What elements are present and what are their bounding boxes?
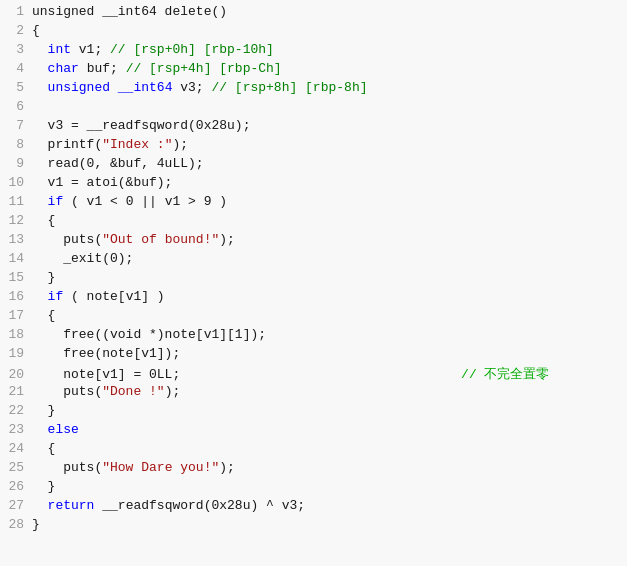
code-line: 7 v3 = __readfsqword(0x28u); [0,118,627,137]
code-line: 18 free((void *)note[v1][1]); [0,327,627,346]
line-content: } [32,479,623,494]
line-number: 3 [4,42,24,57]
line-content: free((void *)note[v1][1]); [32,327,623,342]
code-line: 6 [0,99,627,118]
code-line: 20 note[v1] = 0LL; // 不完全置零 [0,365,627,384]
code-line: 17 { [0,308,627,327]
line-number: 5 [4,80,24,95]
line-content: v3 = __readfsqword(0x28u); [32,118,623,133]
line-number: 16 [4,289,24,304]
code-line: 16 if ( note[v1] ) [0,289,627,308]
code-line: 28} [0,517,627,536]
line-content: v1 = atoi(&buf); [32,175,623,190]
line-number: 1 [4,4,24,19]
line-number: 11 [4,194,24,209]
line-content: return __readfsqword(0x28u) ^ v3; [32,498,623,513]
code-line: 24 { [0,441,627,460]
line-content: _exit(0); [32,251,623,266]
line-number: 26 [4,479,24,494]
code-line: 5 unsigned __int64 v3; // [rsp+8h] [rbp-… [0,80,627,99]
line-number: 21 [4,384,24,399]
line-number: 10 [4,175,24,190]
line-number: 9 [4,156,24,171]
line-content: free(note[v1]); [32,346,623,361]
line-number: 17 [4,308,24,323]
line-content: } [32,403,623,418]
line-content: { [32,308,623,323]
code-line: 8 printf("Index :"); [0,137,627,156]
line-number: 4 [4,61,24,76]
line-content: { [32,213,623,228]
line-number: 23 [4,422,24,437]
code-line: 21 puts("Done !"); [0,384,627,403]
code-line: 11 if ( v1 < 0 || v1 > 9 ) [0,194,627,213]
code-line: 13 puts("Out of bound!"); [0,232,627,251]
line-number: 22 [4,403,24,418]
line-content: puts("How Dare you!"); [32,460,623,475]
line-content: { [32,23,623,38]
line-content: puts("Done !"); [32,384,623,399]
line-content: unsigned __int64 v3; // [rsp+8h] [rbp-8h… [32,80,623,95]
line-content: } [32,270,623,285]
line-content: puts("Out of bound!"); [32,232,623,247]
code-line: 19 free(note[v1]); [0,346,627,365]
code-line: 2{ [0,23,627,42]
line-number: 20 [4,367,24,382]
line-content: read(0, &buf, 4uLL); [32,156,623,171]
code-line: 1unsigned __int64 delete() [0,4,627,23]
line-content: char buf; // [rsp+4h] [rbp-Ch] [32,61,623,76]
line-content: int v1; // [rsp+0h] [rbp-10h] [32,42,623,57]
line-number: 7 [4,118,24,133]
code-line: 25 puts("How Dare you!"); [0,460,627,479]
code-line: 27 return __readfsqword(0x28u) ^ v3; [0,498,627,517]
line-number: 15 [4,270,24,285]
line-number: 18 [4,327,24,342]
line-content [32,99,623,114]
line-content: printf("Index :"); [32,137,623,152]
line-content: if ( note[v1] ) [32,289,623,304]
line-number: 14 [4,251,24,266]
code-line: 9 read(0, &buf, 4uLL); [0,156,627,175]
code-view: 1unsigned __int64 delete()2{3 int v1; //… [0,0,627,566]
code-line: 14 _exit(0); [0,251,627,270]
code-line: 10 v1 = atoi(&buf); [0,175,627,194]
line-number: 8 [4,137,24,152]
code-line: 15 } [0,270,627,289]
line-number: 6 [4,99,24,114]
line-number: 19 [4,346,24,361]
code-line: 22 } [0,403,627,422]
code-line: 3 int v1; // [rsp+0h] [rbp-10h] [0,42,627,61]
code-line: 4 char buf; // [rsp+4h] [rbp-Ch] [0,61,627,80]
line-content: } [32,517,623,532]
line-content: note[v1] = 0LL; // 不完全置零 [32,365,623,383]
line-content: unsigned __int64 delete() [32,4,623,19]
code-line: 12 { [0,213,627,232]
line-number: 2 [4,23,24,38]
line-content: { [32,441,623,456]
line-number: 28 [4,517,24,532]
line-number: 13 [4,232,24,247]
line-number: 27 [4,498,24,513]
line-number: 25 [4,460,24,475]
line-content: if ( v1 < 0 || v1 > 9 ) [32,194,623,209]
code-line: 26 } [0,479,627,498]
line-number: 24 [4,441,24,456]
line-content: else [32,422,623,437]
line-number: 12 [4,213,24,228]
code-line: 23 else [0,422,627,441]
